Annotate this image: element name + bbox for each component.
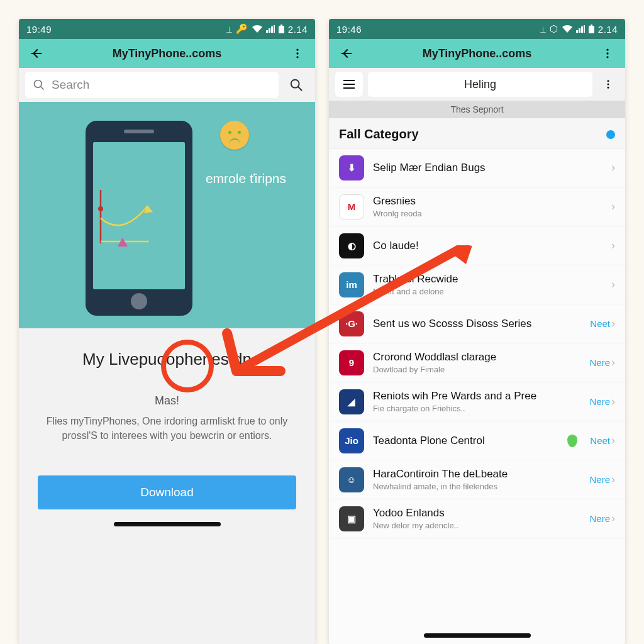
chevron-right-icon: › <box>611 161 615 174</box>
menu-button[interactable] <box>335 72 363 97</box>
list-item-action[interactable]: Nere› <box>589 395 615 408</box>
list-item-subtitle: Mickft and a delone <box>373 287 602 296</box>
search-input[interactable]: Search <box>25 72 279 98</box>
list-item-title: Yodoo Enlands <box>373 507 580 519</box>
list-item-subtitle: Newhalind amate, in the filelendes <box>373 482 580 491</box>
list-item[interactable]: ▣Yodoo EnlandsNew delor my adencle..Nere… <box>329 499 625 538</box>
svg-point-17 <box>606 52 608 54</box>
emoji-sad-icon <box>220 121 249 150</box>
app-icon: ▣ <box>339 506 364 531</box>
list-item[interactable]: ◐Co laude!› <box>329 226 625 265</box>
list-item-text: Selip Mær Endian Bugs <box>373 162 602 174</box>
app-icon: 9 <box>339 350 364 375</box>
svg-point-23 <box>608 84 609 86</box>
overflow-menu[interactable] <box>596 42 619 65</box>
list-item-action[interactable]: Nere› <box>589 356 615 369</box>
cast-icon: ⟂ <box>540 24 547 35</box>
list-item-text: Reniots wih Pre Wards and a PreeFie char… <box>373 390 580 413</box>
description: Flies myTinyPhones, One irdoring armlisk… <box>38 414 296 443</box>
chevron-right-icon: › <box>611 512 615 525</box>
statusbar-left: 19:49 ⟂ 🔑 2.14 <box>19 19 315 39</box>
list-item[interactable]: JioTeadonta Plone CentrolNeet› <box>329 421 625 460</box>
app-icon: M <box>339 194 364 219</box>
list-item-title: Teadonta Plone Centrol <box>373 435 558 447</box>
nav-handle[interactable] <box>114 522 221 526</box>
chevron-right-icon: › <box>611 317 615 330</box>
list-item[interactable]: ⬇Selip Mær Endian Bugs› <box>329 148 625 187</box>
back-button[interactable] <box>25 42 48 65</box>
category-list[interactable]: ⬇Selip Mær Endian Bugs›MGresniesWronlg r… <box>329 148 625 644</box>
list-item-action[interactable]: Neet› <box>590 317 615 330</box>
app-icon: ◢ <box>339 389 364 414</box>
list-item-text: Teadonta Plone Centrol <box>373 435 558 447</box>
appbar-title: MyTinyPhone..coms <box>53 47 281 60</box>
list-item-title: Reniots wih Pre Wards and a Pree <box>373 390 580 402</box>
tab-heling[interactable]: Heling <box>368 72 592 97</box>
nav-handle[interactable] <box>424 633 531 638</box>
right-phone: 19:46 ⟂ ⬡ 2.14 MyTinyPhone..coms <box>329 19 625 644</box>
list-item-action[interactable]: Nere› <box>589 512 615 525</box>
tab-overflow[interactable] <box>597 72 619 97</box>
app-icon: ⬇ <box>339 155 364 180</box>
search-placeholder: Search <box>52 78 89 92</box>
svg-rect-15 <box>591 25 592 26</box>
content-below: My Livepuoophenes.dn Mas! Flies myTinyPh… <box>19 328 315 644</box>
chart-doodle <box>91 184 167 259</box>
list-item-title: HaraContiroin The deLbeate <box>373 468 580 480</box>
svg-point-7 <box>291 80 299 88</box>
app-icon: ☺ <box>339 467 364 492</box>
svg-point-24 <box>608 87 609 89</box>
battery-icon <box>589 25 594 33</box>
subtitle: Mas! <box>38 394 296 408</box>
svg-rect-0 <box>279 26 284 33</box>
section-header: Fall Category <box>329 118 625 148</box>
list-item-text: Sent us wo Scosss Disoss Series <box>373 318 581 330</box>
list-item-title: Selip Mær Endian Bugs <box>373 162 602 174</box>
back-button[interactable] <box>335 42 358 65</box>
list-item-text: Trable ol RecwideMickft and a delone <box>373 273 602 296</box>
app-icon: im <box>339 272 364 297</box>
chevron-right-icon: › <box>611 434 615 447</box>
app-icon: ◐ <box>339 233 364 258</box>
app-icon: Jio <box>339 428 364 453</box>
list-item[interactable]: 9Crorond Woddlasl clarageDowtload by Fim… <box>329 343 625 382</box>
svg-point-4 <box>296 56 298 58</box>
appbar-title: MyTinyPhone..coms <box>363 47 591 60</box>
list-item-title: Trable ol Recwide <box>373 273 602 286</box>
wifi-icon <box>562 25 572 33</box>
list-item-action[interactable]: Nere› <box>589 473 615 486</box>
list-item-title: Co laude! <box>373 240 602 252</box>
list-item-title: Crorond Woddlasl clarage <box>373 351 580 364</box>
list-item-title: Gresnies <box>373 195 602 208</box>
svg-point-18 <box>606 56 608 58</box>
svg-line-8 <box>298 87 302 91</box>
wifi-icon <box>252 25 262 33</box>
overflow-menu[interactable] <box>286 42 309 65</box>
list-item-text: Yodoo EnlandsNew delor my adencle.. <box>373 507 580 530</box>
sub-tab-bar[interactable]: Thes Sepnort <box>329 101 625 118</box>
tab-row: Heling <box>329 68 625 101</box>
list-item-text: Co laude! <box>373 240 602 252</box>
info-icon[interactable] <box>606 130 615 139</box>
list-item[interactable]: ·G·Sent us wo Scosss Disoss SeriesNeet› <box>329 304 625 343</box>
list-item-text: Crorond Woddlasl clarageDowtload by Fima… <box>373 351 580 374</box>
svg-point-2 <box>296 49 298 51</box>
list-item[interactable]: MGresniesWronlg reoda› <box>329 187 625 226</box>
list-item-action[interactable]: Neet› <box>590 434 615 447</box>
search-button[interactable] <box>284 72 309 97</box>
svg-point-16 <box>606 49 608 51</box>
chevron-right-icon: › <box>611 239 615 252</box>
page-title: My Livepuoophenes.dn <box>38 350 296 369</box>
status-time: 19:49 <box>26 24 52 35</box>
list-item[interactable]: ◢Reniots wih Pre Wards and a PreeFie cha… <box>329 382 625 421</box>
list-item[interactable]: ☺HaraContiroin The deLbeateNewhalind ama… <box>329 460 625 499</box>
list-item-subtitle: Fie chargate on Friehics.. <box>373 404 580 413</box>
status-time: 19:46 <box>336 24 362 35</box>
chevron-right-icon: › <box>611 356 615 369</box>
svg-point-22 <box>608 80 609 82</box>
svg-rect-1 <box>280 25 282 26</box>
chevron-right-icon: › <box>611 200 615 213</box>
download-button[interactable]: Download <box>38 475 296 509</box>
list-item[interactable]: imTrable ol RecwideMickft and a delone› <box>329 265 625 304</box>
appbar-right: MyTinyPhone..coms <box>329 39 625 68</box>
